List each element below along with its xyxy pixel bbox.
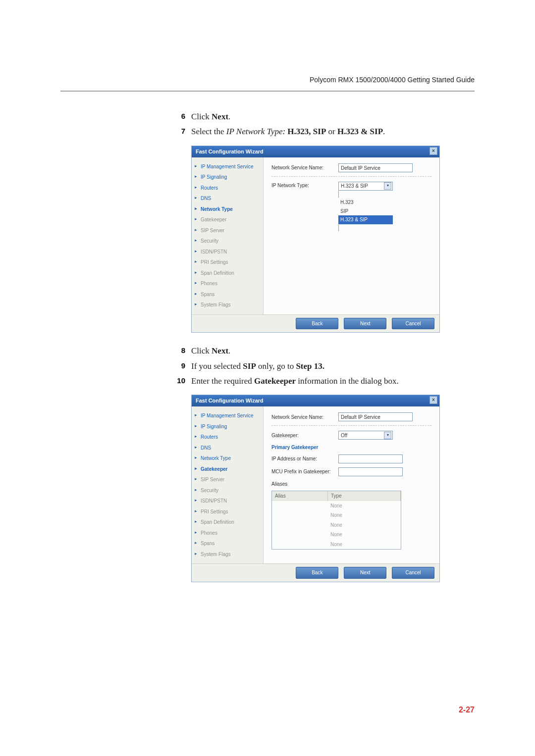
service-name-label: Network Service Name: <box>271 413 338 421</box>
nav-item-system-flags[interactable]: System Flags <box>195 549 261 560</box>
gatekeeper-select[interactable]: Off ▾ <box>338 431 393 440</box>
back-button[interactable]: Back <box>296 318 338 330</box>
close-icon[interactable]: × <box>429 396 437 404</box>
step-number: 8 <box>174 345 185 356</box>
nav-item-gatekeeper[interactable]: Gatekeeper <box>195 464 261 475</box>
step-6-period: . <box>228 112 230 121</box>
step-7-or: or <box>326 127 337 136</box>
aliases-row[interactable]: None <box>272 540 401 550</box>
network-type-select[interactable]: H.323 & SIP ▾ <box>338 182 393 191</box>
nav-item-network-type[interactable]: Network Type <box>195 204 261 215</box>
separator <box>271 176 431 177</box>
close-icon[interactable]: × <box>429 147 437 155</box>
nav-item-pri-settings[interactable]: PRI Settings <box>195 257 261 268</box>
aliases-row[interactable]: None <box>272 510 401 520</box>
step-number: 6 <box>174 110 185 122</box>
nav-item-spans[interactable]: Spans <box>195 289 261 300</box>
gk-ip-input[interactable] <box>338 454 403 463</box>
wizard-dialog-gatekeeper: Fast Configuration Wizard × IP Managemen… <box>191 395 440 582</box>
aliases-row[interactable]: None <box>272 520 401 530</box>
wizard-nav: IP Management Service IP Signaling Route… <box>192 406 264 563</box>
alias-type-cell: None <box>327 510 401 520</box>
step-9-bold-2: Step 13. <box>296 361 324 371</box>
aliases-row[interactable]: None <box>272 501 401 511</box>
nav-item-routers[interactable]: Routers <box>195 183 261 194</box>
nav-item-dns[interactable]: DNS <box>195 443 261 454</box>
network-type-option-sip[interactable]: SIP <box>338 207 393 216</box>
wizard-title-text: Fast Configuration Wizard <box>196 398 264 403</box>
nav-item-ip-signaling[interactable]: IP Signaling <box>195 421 261 432</box>
next-button[interactable]: Next <box>344 318 386 330</box>
service-name-row: Network Service Name: Default IP Service <box>271 412 431 421</box>
network-type-select-wrap: H.323 & SIP ▾ H.323 SIP H.323 & SIP <box>338 182 393 232</box>
gk-ip-label: IP Address or Name: <box>271 455 338 463</box>
nav-item-ip-signaling[interactable]: IP Signaling <box>195 172 261 183</box>
nav-item-security[interactable]: Security <box>195 236 261 247</box>
service-name-input[interactable]: Default IP Service <box>338 163 413 172</box>
network-type-option-h323[interactable]: H.323 <box>338 198 393 207</box>
body-column: 6 Click Next. 7 Select the IP Network Ty… <box>174 110 462 582</box>
aliases-col-alias: Alias <box>272 491 328 501</box>
aliases-table-header: Alias Type <box>272 491 401 501</box>
nav-item-routers[interactable]: Routers <box>195 432 261 443</box>
step-number: 7 <box>174 125 185 137</box>
aliases-row[interactable]: None <box>272 530 401 540</box>
next-button[interactable]: Next <box>344 567 386 579</box>
aliases-heading: Aliases <box>271 480 431 488</box>
service-name-input[interactable]: Default IP Service <box>338 412 413 421</box>
step-7-bold-2: H.323 & SIP <box>337 127 383 136</box>
gk-prefix-row: MCU Prefix in Gatekeeper: <box>271 467 431 476</box>
nav-item-span-definition[interactable]: Span Definition <box>195 517 261 528</box>
nav-item-pri-settings[interactable]: PRI Settings <box>195 506 261 517</box>
wizard-nav: IP Management Service IP Signaling Route… <box>192 157 264 314</box>
nav-item-network-type[interactable]: Network Type <box>195 453 261 464</box>
chevron-down-icon[interactable]: ▾ <box>384 182 391 190</box>
chevron-down-icon[interactable]: ▾ <box>384 432 391 439</box>
gk-ip-row: IP Address or Name: <box>271 454 431 463</box>
gatekeeper-label: Gatekeeper: <box>271 432 338 440</box>
back-button[interactable]: Back <box>296 567 338 579</box>
nav-item-dns[interactable]: DNS <box>195 193 261 204</box>
nav-item-span-definition[interactable]: Span Definition <box>195 268 261 279</box>
step-list: 6 Click Next. 7 Select the IP Network Ty… <box>174 110 462 582</box>
nav-item-security[interactable]: Security <box>195 485 261 496</box>
nav-item-isdn-pstn[interactable]: ISDN/PSTN <box>195 496 261 506</box>
nav-item-sip-server[interactable]: SIP Server <box>195 225 261 236</box>
screenshot-2-wrap: Fast Configuration Wizard × IP Managemen… <box>174 395 462 582</box>
service-name-label: Network Service Name: <box>271 164 338 172</box>
network-type-label: IP Network Type: <box>271 182 338 190</box>
step-9-text-1: If you selected <box>191 361 243 371</box>
nav-item-system-flags[interactable]: System Flags <box>195 300 261 310</box>
step-8: 8 Click Next. <box>174 345 462 357</box>
cancel-button[interactable]: Cancel <box>392 567 434 579</box>
wizard-main: Network Service Name: Default IP Service… <box>264 157 439 314</box>
step-7-bold-1: H.323, SIP <box>285 127 326 136</box>
nav-item-ip-management[interactable]: IP Management Service <box>195 161 261 172</box>
primary-gatekeeper-heading: Primary Gatekeeper <box>271 444 431 452</box>
nav-item-phones[interactable]: Phones <box>195 528 261 539</box>
alias-type-cell: None <box>327 520 401 530</box>
cancel-button[interactable]: Cancel <box>392 318 434 330</box>
gk-prefix-input[interactable] <box>338 467 403 476</box>
network-type-dropdown-list[interactable]: H.323 SIP H.323 & SIP <box>338 191 393 231</box>
step-8-text-click: Click <box>191 346 212 355</box>
step-9: 9 If you selected SIP only, go to Step 1… <box>174 360 462 373</box>
wizard-titlebar: Fast Configuration Wizard × <box>192 395 439 406</box>
separator <box>271 425 431 426</box>
step-9-text-2: only, go to <box>256 361 296 371</box>
step-6: 6 Click Next. <box>174 110 462 123</box>
nav-item-phones[interactable]: Phones <box>195 278 261 289</box>
header-guide-title: Polycom RMX 1500/2000/4000 Getting Start… <box>60 76 475 84</box>
nav-item-gatekeeper[interactable]: Gatekeeper <box>195 214 261 225</box>
nav-item-spans[interactable]: Spans <box>195 538 261 549</box>
network-type-option-both[interactable]: H.323 & SIP <box>338 215 393 224</box>
alias-type-cell: None <box>327 501 401 511</box>
nav-item-ip-management[interactable]: IP Management Service <box>195 410 261 421</box>
nav-item-sip-server[interactable]: SIP Server <box>195 474 261 485</box>
header-rule <box>60 91 475 92</box>
step-10-text-1: Enter the required <box>191 376 254 386</box>
step-number: 9 <box>174 360 185 371</box>
nav-item-isdn-pstn[interactable]: ISDN/PSTN <box>195 247 261 257</box>
step-10-text-2: information in the dialog box. <box>296 376 399 386</box>
wizard-body: IP Management Service IP Signaling Route… <box>192 157 439 314</box>
